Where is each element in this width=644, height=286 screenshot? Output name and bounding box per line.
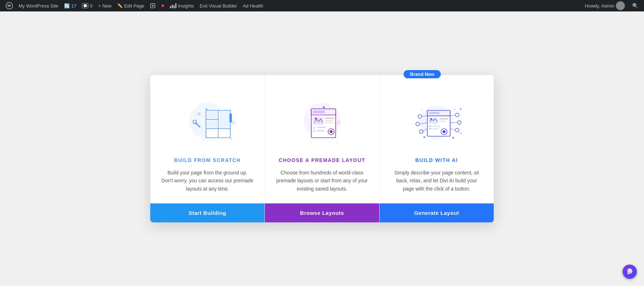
ai-desc: Simply describe your page content, sit b… xyxy=(390,169,483,193)
build-with-ai-card: + + + BUILD WITH AI Simply describe your… xyxy=(380,75,494,222)
ad-health[interactable]: Ad Health xyxy=(240,0,266,11)
svg-point-60 xyxy=(455,113,459,117)
howdy-admin[interactable]: Howdy, Admin xyxy=(582,0,628,11)
premade-title: CHOOSE A PREMADE LAYOUT xyxy=(279,157,365,163)
comments[interactable]: 💬 0 xyxy=(79,0,95,11)
premade-desc: Choose from hundreds of world-class prem… xyxy=(275,169,368,193)
svg-text:×: × xyxy=(337,141,338,144)
svg-point-45 xyxy=(430,118,432,119)
svg-text:+: + xyxy=(453,107,456,112)
ai-title: BUILD WITH AI xyxy=(415,157,458,163)
premade-illustration: × × • ▲ xyxy=(286,86,358,150)
svg-point-69 xyxy=(424,136,425,138)
updates[interactable]: 🔄 17 xyxy=(61,0,79,11)
svg-rect-29 xyxy=(313,126,315,129)
browse-layouts-button[interactable]: Browse Layouts xyxy=(265,203,379,222)
svg-point-72 xyxy=(628,270,629,271)
svg-point-64 xyxy=(455,128,459,132)
scratch-desc: Build your page from the ground up. Don'… xyxy=(161,169,254,193)
svg-rect-49 xyxy=(433,126,440,127)
svg-rect-31 xyxy=(313,130,315,132)
generate-layout-button[interactable]: Generate Layout xyxy=(380,203,494,222)
svg-point-25 xyxy=(315,118,317,119)
svg-point-71 xyxy=(460,132,462,134)
svg-rect-10 xyxy=(207,120,218,128)
svg-text:+: + xyxy=(421,107,423,111)
svg-text:×: × xyxy=(229,108,231,111)
svg-point-53 xyxy=(443,130,446,133)
svg-rect-30 xyxy=(317,127,326,128)
svg-text:+: + xyxy=(230,137,232,141)
svg-rect-26 xyxy=(325,118,334,119)
svg-text:▲: ▲ xyxy=(205,107,208,110)
search-icon: 🔍 xyxy=(632,3,638,9)
svg-point-16 xyxy=(232,121,235,124)
notification-dot xyxy=(161,4,164,7)
svg-point-62 xyxy=(458,121,461,124)
cards-container: ◁ × • + ▲ BUILD FROM SCRATCH Build your … xyxy=(150,75,494,222)
svg-text:▲: ▲ xyxy=(322,105,326,109)
brand-new-badge: Brand New xyxy=(404,70,441,78)
ai-illustration: + + + xyxy=(401,86,472,150)
svg-text:•: • xyxy=(203,139,204,141)
new-button[interactable]: + New xyxy=(96,0,114,11)
svg-rect-23 xyxy=(313,111,325,113)
scratch-title: BUILD FROM SCRATCH xyxy=(174,157,241,163)
divi-icon[interactable] xyxy=(147,0,158,11)
insights-button[interactable]: Insights xyxy=(167,0,197,11)
svg-point-73 xyxy=(630,270,631,271)
jetpack-dot[interactable] xyxy=(158,0,167,11)
svg-point-56 xyxy=(416,122,420,126)
svg-rect-43 xyxy=(429,112,440,114)
svg-rect-47 xyxy=(440,121,447,122)
comment-icon: 💬 xyxy=(82,3,88,8)
svg-rect-9 xyxy=(219,111,229,128)
exit-visual-builder[interactable]: Exit Visual Builder xyxy=(197,0,240,11)
admin-right: Howdy, Admin 🔍 xyxy=(582,0,641,11)
insights-icon xyxy=(170,3,176,8)
svg-rect-51 xyxy=(433,128,439,129)
admin-avatar xyxy=(616,1,625,10)
svg-point-34 xyxy=(330,130,333,133)
search-button[interactable]: 🔍 xyxy=(629,0,641,11)
build-from-scratch-card: ◁ × • + ▲ BUILD FROM SCRATCH Build your … xyxy=(150,75,265,222)
svg-text:×: × xyxy=(310,108,312,111)
svg-rect-48 xyxy=(429,125,431,127)
svg-point-70 xyxy=(453,137,454,139)
svg-rect-32 xyxy=(317,130,325,132)
main-content: Brand New xyxy=(0,11,644,286)
choose-premade-card: × × • ▲ CHOOSE A PREMADE LAYOUT Choose f… xyxy=(265,75,379,222)
wp-logo[interactable] xyxy=(3,0,16,11)
svg-rect-8 xyxy=(207,111,218,119)
ai-brain-button[interactable] xyxy=(623,265,637,279)
edit-page-button[interactable]: ✏️ Edit Page xyxy=(114,0,147,11)
svg-text:◁: ◁ xyxy=(197,111,200,116)
start-building-button[interactable]: Start Building xyxy=(150,203,264,222)
svg-rect-28 xyxy=(325,122,333,123)
svg-rect-46 xyxy=(440,118,448,119)
svg-text:•: • xyxy=(311,142,312,144)
svg-text:+: + xyxy=(459,107,462,112)
scratch-illustration: ◁ × • + ▲ xyxy=(172,86,243,150)
svg-rect-27 xyxy=(325,120,332,121)
svg-rect-50 xyxy=(429,128,431,129)
admin-bar: My WordPress Site 🔄 17 💬 0 + New ✏️ Edit… xyxy=(0,0,644,11)
svg-rect-11 xyxy=(229,113,232,123)
site-name[interactable]: My WordPress Site xyxy=(16,0,61,11)
